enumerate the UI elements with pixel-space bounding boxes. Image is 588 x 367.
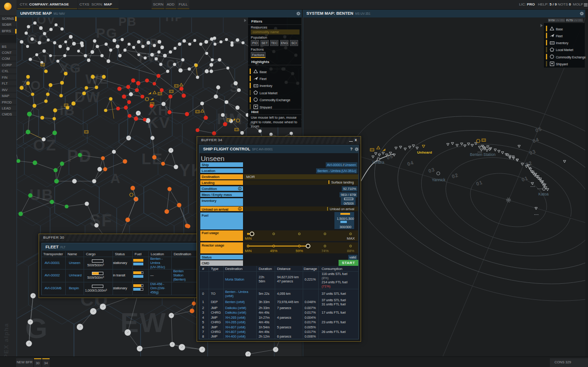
svg-text:Commodity Exchange: Commodity Exchange	[260, 98, 290, 102]
svg-text:FW: FW	[139, 50, 161, 64]
svg-text:Local Market: Local Market	[260, 91, 277, 95]
svg-text:Fleet: Fleet	[260, 77, 266, 81]
svg-text:88%: 88%	[347, 249, 354, 253]
svg-text:04: 04	[532, 137, 540, 144]
svg-text:Shipyard: Shipyard	[556, 63, 568, 66]
svg-text:MAX: MAX	[347, 236, 355, 241]
svg-text:PB: PB	[119, 17, 137, 29]
svg-text:02: 02	[451, 172, 459, 179]
svg-text:WL: WL	[85, 71, 109, 86]
svg-text:05: 05	[535, 126, 543, 133]
svg-text:01: 01	[521, 175, 529, 183]
svg-text:G: G	[25, 312, 48, 344]
svg-text:Umbra: Umbra	[373, 160, 384, 165]
svg-text:KV: KV	[147, 114, 170, 131]
svg-text:Unheard: Unheard	[417, 150, 432, 155]
svg-text:MIN: MIN	[245, 236, 252, 241]
svg-text:Base: Base	[556, 28, 563, 31]
svg-text:Benten Station: Benten Station	[470, 152, 496, 157]
svg-text:Commodity Exchange: Commodity Exchange	[556, 56, 586, 59]
svg-text:LE: LE	[141, 150, 163, 167]
svg-text:45%: 45%	[270, 249, 277, 253]
svg-text:Local Market: Local Market	[556, 48, 573, 52]
svg-text:PG: PG	[96, 25, 118, 40]
svg-text:A: A	[110, 171, 121, 186]
svg-text:Inventory: Inventory	[260, 84, 272, 88]
svg-text:SF: SF	[90, 211, 113, 230]
svg-text:DW: DW	[74, 89, 101, 105]
svg-text:UB: UB	[29, 186, 54, 203]
svg-text:Base: Base	[260, 70, 267, 74]
svg-text:OV: OV	[37, 17, 56, 27]
svg-text:74%: 74%	[321, 249, 328, 253]
svg-text:Yannick: Yannick	[432, 178, 446, 182]
svg-text:Fleet: Fleet	[556, 34, 563, 38]
svg-text:03: 03	[428, 166, 435, 174]
svg-text:MIN: MIN	[245, 249, 252, 253]
svg-text:XG: XG	[60, 60, 81, 75]
svg-text:Katoa: Katoa	[538, 192, 548, 196]
svg-text:04: 04	[407, 160, 414, 167]
svg-text:59%: 59%	[296, 249, 303, 253]
svg-text:Inventory: Inventory	[556, 41, 569, 45]
svg-text:HP: HP	[165, 17, 184, 24]
